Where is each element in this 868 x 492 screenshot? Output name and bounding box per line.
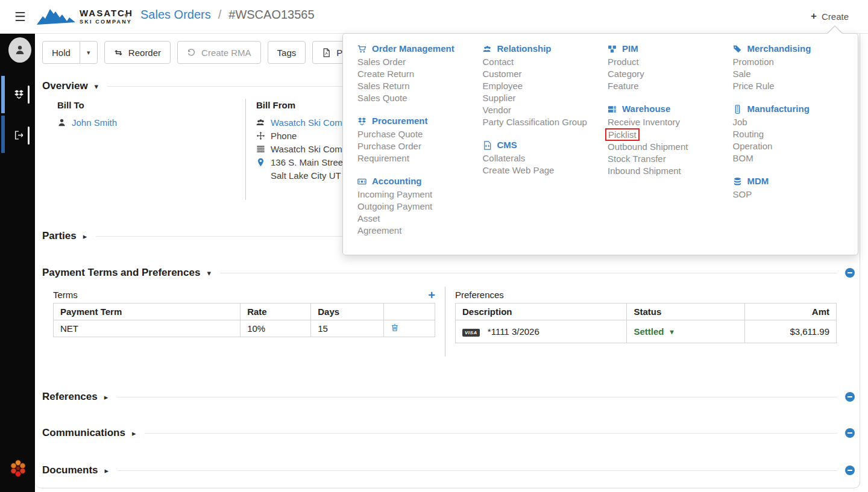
menu-item-sop[interactable]: SOP xyxy=(733,188,858,201)
company-logo[interactable]: WASATCH SKI COMPANY xyxy=(36,5,133,27)
menu-item-purchase-quote[interactable]: Purchase Quote xyxy=(357,128,483,140)
section-divider xyxy=(118,470,837,471)
signout-icon xyxy=(14,130,24,140)
menu-section-relationship[interactable]: Relationship xyxy=(483,43,608,55)
collapse-minus-icon[interactable] xyxy=(845,428,855,438)
menu-item-job[interactable]: Job xyxy=(733,116,858,128)
menu-section-cms[interactable]: CMS xyxy=(483,139,608,151)
person-icon xyxy=(14,45,25,55)
menu-section-mdm[interactable]: MDM xyxy=(733,175,858,187)
col-days: Days xyxy=(311,304,383,320)
phone-label: Phone xyxy=(271,129,297,143)
menu-section-accounting[interactable]: Accounting xyxy=(357,175,483,187)
status-dropdown[interactable]: Settled ▾ xyxy=(634,326,673,337)
menu-section-order-management[interactable]: Order Management xyxy=(357,43,483,55)
menu-item-sales-return[interactable]: Sales Return xyxy=(357,80,483,92)
sign-out-icon[interactable] xyxy=(14,130,24,140)
menu-item-category[interactable]: Category xyxy=(608,68,733,80)
menu-item-feature[interactable]: Feature xyxy=(608,80,733,92)
menu-item-outgoing-payment[interactable]: Outgoing Payment xyxy=(357,201,483,213)
hold-label: Hold xyxy=(52,48,71,58)
left-sidebar xyxy=(0,34,35,492)
trash-icon[interactable] xyxy=(391,323,399,332)
sidebar-active-indicator-light xyxy=(1,76,5,113)
hold-caret-button[interactable]: ▾ xyxy=(80,41,98,64)
tags-button[interactable]: Tags xyxy=(268,41,306,64)
menu-section-pim[interactable]: PIM xyxy=(608,43,733,55)
menu-section-manufacturing[interactable]: Manufacturing xyxy=(733,103,858,115)
collapse-minus-icon[interactable] xyxy=(845,268,855,278)
payment-terms-title[interactable]: Payment Terms and Preferences xyxy=(42,267,200,279)
preferences-label: Preferences xyxy=(455,290,504,300)
menu-item-customer[interactable]: Customer xyxy=(483,68,608,80)
menu-item-agreement[interactable]: Agreement xyxy=(357,225,483,237)
col-payment-term: Payment Term xyxy=(54,304,241,320)
menu-item-requirement[interactable]: Requirement xyxy=(357,152,483,164)
hold-button[interactable]: Hold xyxy=(42,41,80,64)
menu-item-routing[interactable]: Routing xyxy=(733,128,858,140)
menu-item-supplier[interactable]: Supplier xyxy=(483,92,608,104)
app-switcher-caret-icon[interactable]: ▾ xyxy=(124,11,128,20)
menu-section-title: PIM xyxy=(622,43,638,55)
create-button[interactable]: + Create xyxy=(811,10,849,22)
bill-to-name-link[interactable]: John Smith xyxy=(72,116,117,129)
communications-title[interactable]: Communications xyxy=(42,427,125,439)
menu-column-1: Order Management Sales Order Create Retu… xyxy=(357,43,483,248)
menu-section-merchandising[interactable]: Merchandising xyxy=(733,43,858,55)
menu-item-bom[interactable]: BOM xyxy=(733,152,858,164)
bill-from-company-link[interactable]: Wasatch Ski Comp xyxy=(271,116,347,129)
order-toolbar: Hold ▾ Reorder Create RMA Tags Print (PD… xyxy=(42,41,388,64)
menu-column-3: PIM Product Category Feature Warehouse R… xyxy=(608,43,733,248)
menu-item-picklist[interactable]: Picklist xyxy=(608,128,733,141)
menu-item-inbound-shipment[interactable]: Inbound Shipment xyxy=(608,165,733,177)
users-icon xyxy=(256,118,265,127)
cell-payment-term: NET xyxy=(54,320,241,337)
create-rma-button[interactable]: Create RMA xyxy=(177,41,261,64)
menu-item-party-classification-group[interactable]: Party Classification Group xyxy=(483,116,608,128)
bill-from-account-name: Wasatch Ski Comp xyxy=(271,143,347,156)
pallet-icon xyxy=(608,105,617,114)
collapse-minus-icon[interactable] xyxy=(845,466,855,475)
menu-section-title: Procurement xyxy=(372,115,428,127)
menu-item-sale[interactable]: Sale xyxy=(733,68,858,80)
menu-item-price-rule[interactable]: Price Rule xyxy=(733,80,858,92)
menu-item-purchase-order[interactable]: Purchase Order xyxy=(357,140,483,152)
status-badge: Settled xyxy=(634,326,664,337)
menu-section-warehouse[interactable]: Warehouse xyxy=(608,103,733,115)
menu-item-contact[interactable]: Contact xyxy=(483,56,608,68)
menu-item-sales-quote[interactable]: Sales Quote xyxy=(357,92,483,104)
menu-column-2: Relationship Contact Customer Employee S… xyxy=(483,43,608,248)
hamburger-menu-icon[interactable]: ☰ xyxy=(14,10,26,24)
top-header: ☰ WASATCH SKI COMPANY ▾ Sales Orders / #… xyxy=(0,0,868,34)
reorder-button[interactable]: Reorder xyxy=(104,41,171,64)
bill-columns-divider xyxy=(245,99,246,200)
moqui-flower-logo-icon[interactable] xyxy=(8,458,28,478)
menu-item-promotion[interactable]: Promotion xyxy=(733,56,858,68)
avatar[interactable] xyxy=(8,37,31,63)
undo-icon xyxy=(187,48,196,57)
menu-item-stock-transfer[interactable]: Stock Transfer xyxy=(608,153,733,165)
menu-item-asset[interactable]: Asset xyxy=(357,213,483,225)
menu-item-sales-order[interactable]: Sales Order xyxy=(357,56,483,68)
menu-item-collaterals[interactable]: Collaterals xyxy=(483,152,608,164)
menu-column-4: Merchandising Promotion Sale Price Rule … xyxy=(733,43,858,248)
menu-item-incoming-payment[interactable]: Incoming Payment xyxy=(357,188,483,201)
overview-title[interactable]: Overview xyxy=(42,80,88,92)
menu-item-receive-inventory[interactable]: Receive Inventory xyxy=(608,116,733,128)
menu-item-product[interactable]: Product xyxy=(608,56,733,68)
breadcrumb-sales-orders[interactable]: Sales Orders xyxy=(140,8,211,22)
add-term-button[interactable]: + xyxy=(428,290,435,300)
references-title[interactable]: References xyxy=(42,391,98,403)
parties-title[interactable]: Parties xyxy=(42,230,77,242)
documents-title[interactable]: Documents xyxy=(42,464,98,476)
menu-item-vendor[interactable]: Vendor xyxy=(483,104,608,116)
collapse-minus-icon[interactable] xyxy=(845,392,855,402)
apps-icon[interactable] xyxy=(14,89,24,99)
col-description: Description xyxy=(456,304,627,320)
menu-section-procurement[interactable]: Procurement xyxy=(357,115,483,127)
menu-item-employee[interactable]: Employee xyxy=(483,80,608,92)
menu-item-create-return[interactable]: Create Return xyxy=(357,68,483,80)
menu-item-outbound-shipment[interactable]: Outbound Shipment xyxy=(608,141,733,153)
menu-item-operation[interactable]: Operation xyxy=(733,140,858,152)
menu-item-create-web-page[interactable]: Create Web Page xyxy=(483,164,608,176)
